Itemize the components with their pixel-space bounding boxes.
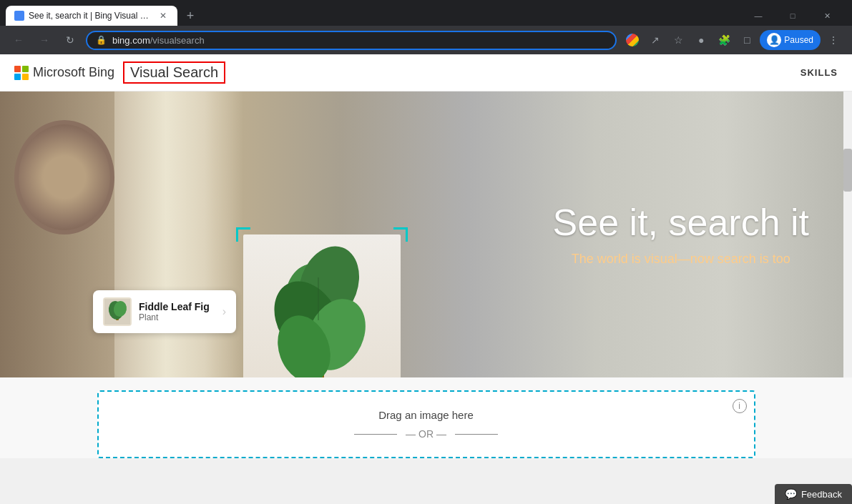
feedback-icon: 💬 — [785, 488, 797, 500]
refresh-button[interactable]: ↻ — [60, 30, 80, 50]
plant-info-card[interactable]: Fiddle Leaf Fig Plant › — [93, 290, 236, 333]
upload-section: i Drag an image here — OR — — [0, 377, 852, 458]
or-line-right — [455, 434, 498, 435]
menu-button[interactable]: ⋮ — [823, 30, 843, 50]
browser-window: See it, search it | Bing Visual Sear ✕ +… — [0, 0, 852, 504]
plant-thumbnail — [103, 297, 132, 326]
info-icon[interactable]: i — [733, 399, 747, 413]
hero-subheadline: The world is visual—now search is too — [553, 252, 809, 267]
curtain-decoration — [114, 92, 243, 377]
browser-extension-icon[interactable]: ● — [691, 30, 711, 50]
scrollbar-thumb[interactable] — [843, 149, 852, 192]
plant-image — [243, 234, 401, 377]
url-domain: bing.com — [112, 35, 150, 46]
toolbar-icons: ↗ ☆ ● 🧩 □ 👤 Paused ⋮ — [622, 30, 843, 50]
logo-yellow — [22, 74, 29, 80]
or-line-left — [354, 434, 397, 435]
plant-svg — [258, 242, 386, 377]
bing-logo-text: Microsoft Bing — [33, 65, 114, 80]
logo-green — [22, 66, 29, 72]
url-path: /visualsearch — [150, 35, 205, 46]
url-text: bing.com/visualsearch — [112, 35, 607, 46]
upload-dropzone[interactable]: i Drag an image here — OR — — [97, 390, 755, 458]
browser-tab-bar: See it, search it | Bing Visual Sear ✕ +… — [0, 0, 852, 54]
skills-button[interactable]: SKILLS — [800, 67, 838, 78]
profile-label: Paused — [784, 35, 813, 45]
split-screen-icon[interactable]: □ — [737, 30, 757, 50]
profile-button[interactable]: 👤 Paused — [760, 30, 821, 50]
url-bar[interactable]: 🔒 bing.com/visualsearch — [86, 31, 617, 50]
active-tab[interactable]: See it, search it | Bing Visual Sear ✕ — [6, 6, 177, 26]
bing-header: Microsoft Bing Visual Search SKILLS — [0, 54, 852, 92]
logo-red — [14, 66, 21, 72]
new-tab-button[interactable]: + — [180, 6, 200, 26]
window-controls: — □ ✕ — [742, 6, 846, 26]
visual-search-nav-label[interactable]: Visual Search — [123, 61, 225, 84]
hero-section: Fiddle Leaf Fig Plant › See it, search i… — [0, 92, 852, 377]
address-bar: ← → ↻ 🔒 bing.com/visualsearch ↗ ☆ ● 🧩 □ … — [0, 26, 852, 54]
or-divider: — OR — — [354, 428, 498, 440]
avatar: 👤 — [767, 33, 781, 47]
close-button[interactable]: ✕ — [811, 6, 843, 26]
minimize-button[interactable]: — — [742, 6, 775, 26]
share-icon[interactable]: ↗ — [645, 30, 665, 50]
plant-selection-area — [236, 227, 408, 377]
extensions-icon[interactable]: 🧩 — [714, 30, 734, 50]
scrollbar-track — [843, 92, 852, 377]
bookmark-icon[interactable]: ☆ — [668, 30, 688, 50]
drag-drop-text: Drag an image here — [378, 409, 474, 421]
forward-button[interactable]: → — [34, 30, 54, 50]
plant-type: Plant — [139, 312, 210, 322]
mirror-decoration — [14, 120, 114, 234]
logo-blue — [14, 74, 21, 80]
tab-close-button[interactable]: ✕ — [157, 10, 169, 21]
lock-icon: 🔒 — [96, 35, 107, 45]
tab-title: See it, search it | Bing Visual Sear — [29, 11, 153, 21]
bing-logo[interactable]: Microsoft Bing — [14, 65, 114, 80]
hero-headline: See it, search it — [553, 202, 809, 243]
back-button[interactable]: ← — [9, 30, 29, 50]
or-text: — OR — — [406, 428, 446, 440]
tab-favicon — [14, 11, 24, 21]
plant-info-text: Fiddle Leaf Fig Plant — [139, 301, 210, 322]
bing-logo-squares — [14, 66, 29, 80]
plant-name: Fiddle Leaf Fig — [139, 301, 210, 312]
feedback-button[interactable]: 💬 Feedback — [775, 484, 852, 504]
maximize-button[interactable]: □ — [776, 6, 809, 26]
hero-text-block: See it, search it The world is visual—no… — [553, 202, 809, 267]
google-lens-icon[interactable] — [622, 30, 642, 50]
info-card-arrow-icon: › — [222, 305, 226, 318]
feedback-label: Feedback — [801, 489, 842, 500]
